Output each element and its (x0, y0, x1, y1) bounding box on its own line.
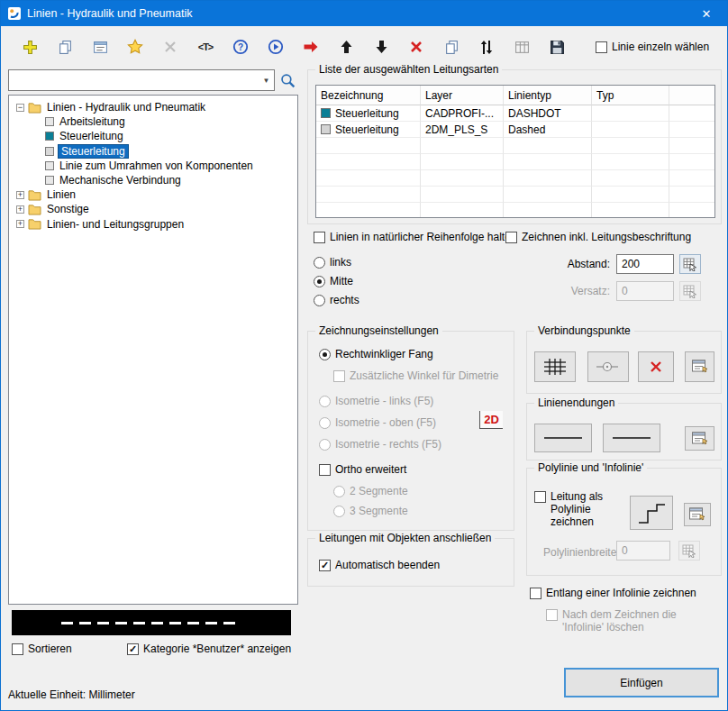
infoline-checkbox[interactable]: Entlang einer Infolinie zeichnen (530, 587, 696, 599)
group-title: Liste der ausgewählten Leitungsarten (315, 63, 502, 76)
app-icon (7, 6, 22, 21)
tree-item-folder[interactable]: + Sonstige (11, 202, 296, 216)
polyline-style-button[interactable] (630, 496, 673, 530)
polyline-settings-button[interactable] (684, 503, 711, 526)
chevron-down-icon[interactable]: ▼ (259, 70, 274, 90)
move-up-button[interactable] (337, 38, 355, 56)
favorites-star-button[interactable] (126, 38, 144, 56)
tree-item-label: Sonstige (45, 203, 91, 215)
rechtwinkliger-fang-radio[interactable]: Rechtwinkliger Fang (319, 348, 433, 360)
group-title: Linienendungen (534, 397, 618, 409)
copy-button[interactable] (56, 38, 74, 56)
col-layer[interactable]: Layer (421, 86, 504, 105)
checkbox-box (534, 491, 546, 503)
tree-item[interactable]: Linie zum Umrahmen von Komponenten (11, 159, 296, 173)
swap-updown-button[interactable] (478, 38, 496, 56)
save-button[interactable] (548, 38, 566, 56)
search-combobox[interactable]: ▼ (8, 69, 275, 91)
help-button[interactable]: ? (232, 38, 250, 56)
window-title: Linien - Hydraulik und Pneumatik (27, 7, 192, 20)
connection-point-button[interactable] (587, 351, 629, 382)
category-tree[interactable]: − Linien - Hydraulik und Pneumatik Arbei… (8, 95, 298, 605)
radio-dot (333, 486, 345, 497)
kategorie-checkbox[interactable]: Kategorie *Benutzer* anzeigen (127, 643, 291, 655)
abstand-pick-button[interactable] (679, 254, 701, 274)
natural-order-checkbox[interactable]: Linien in natürlicher Reihenfolge halten (314, 231, 516, 243)
checkbox-label: Ortho erweitert (335, 463, 406, 476)
delete-x-button[interactable] (407, 38, 425, 56)
radio-dot (314, 257, 325, 269)
line-end-end-button[interactable] (603, 424, 660, 452)
tree-item-selected[interactable]: Steuerleitung (11, 144, 296, 159)
col-bezeichnung[interactable]: Bezeichnung (316, 86, 421, 105)
line-type-icon (45, 147, 54, 156)
cell-text: Steuerleitung (335, 123, 399, 136)
video-button[interactable] (267, 38, 285, 56)
radio-label: 2 Segmente (350, 485, 408, 497)
titlebar: Linien - Hydraulik und Pneumatik ✕ (1, 1, 727, 26)
edit-list-button[interactable] (91, 38, 109, 56)
checkbox-box (596, 41, 607, 53)
expander-expand-icon[interactable]: + (16, 220, 24, 228)
tree-item-root[interactable]: − Linien - Hydraulik und Pneumatik (11, 100, 296, 114)
draw-with-labels-checkbox[interactable]: Zeichnen inkl. Leitungsbeschriftung (505, 231, 691, 243)
table-row-empty (316, 170, 714, 187)
tree-item-folder[interactable]: + Linien- und Leitungsgruppen (11, 217, 296, 232)
versatz-pick-button (679, 281, 701, 301)
tree-item[interactable]: Arbeitsleitung (11, 114, 296, 129)
tree-item[interactable]: Steuerleitung (11, 129, 296, 143)
text-style-button[interactable]: <T> (196, 38, 214, 56)
expander-expand-icon[interactable]: + (16, 191, 24, 199)
duplicate-button[interactable] (442, 38, 460, 56)
radio-dot (319, 439, 331, 451)
connection-settings-button[interactable] (685, 351, 714, 382)
connection-grid-button[interactable] (534, 351, 576, 382)
connection-delete-button[interactable] (638, 351, 674, 382)
align-links-radio[interactable]: links (314, 256, 351, 269)
align-rechts-radio[interactable]: rechts (314, 294, 359, 306)
move-down-button[interactable] (372, 38, 390, 56)
expander-collapse-icon[interactable]: − (16, 104, 24, 112)
lines-table[interactable]: Bezeichnung Layer Linientyp Typ Steuerle… (315, 85, 715, 218)
table-row[interactable]: Steuerleitung CADPROFI-... DASHDOT (316, 105, 714, 122)
sortieren-checkbox[interactable]: Sortieren (12, 643, 72, 655)
search-button[interactable] (278, 71, 297, 90)
insert-arrow-button[interactable] (302, 38, 320, 56)
line-type-icon (45, 161, 54, 170)
close-button[interactable]: ✕ (686, 1, 727, 26)
ortho-erweitert-checkbox[interactable]: Ortho erweitert (319, 463, 406, 476)
polyline-width-input (616, 541, 670, 561)
tree-item-label: Linie zum Umrahmen von Komponenten (58, 160, 255, 172)
add-button[interactable] (21, 38, 39, 56)
single-line-checkbox[interactable]: Linie einzeln wählen (596, 41, 709, 53)
search-input[interactable] (9, 70, 259, 90)
expander-expand-icon[interactable]: + (16, 205, 24, 214)
line-type-icon (45, 176, 54, 185)
dimetrie-checkbox: Zusätzliche Winkel für Dimetrie (333, 369, 498, 382)
radio-label: Isometrie - rechts (F5) (335, 438, 441, 451)
specification-button[interactable] (513, 38, 531, 56)
cell-text (592, 122, 669, 138)
col-typ[interactable]: Typ (592, 86, 669, 105)
as-polyline-checkbox[interactable]: Leitung als Polylinie zeichnen (534, 490, 621, 528)
checkbox-label: Kategorie *Benutzer* anzeigen (143, 643, 291, 655)
polyline-width-label: Polylinienbreite (543, 546, 616, 559)
tree-item-folder[interactable]: + Linien (11, 187, 296, 202)
line-end-start-button[interactable] (534, 424, 592, 452)
status-text: Aktuelle Einheit: Millimeter (8, 688, 135, 701)
einfuegen-button[interactable]: Einfügen (564, 668, 719, 697)
radio-dot (314, 295, 325, 306)
line-end-settings-button[interactable] (685, 426, 714, 451)
radio-label: Isometrie - oben (F5) (335, 416, 436, 429)
table-row[interactable]: Steuerleitung 2DM_PLS_S Dashed (316, 122, 714, 138)
checkbox-label: Linie einzeln wählen (612, 41, 709, 53)
radio-dot (319, 349, 331, 360)
col-filler (669, 86, 714, 105)
align-mitte-radio[interactable]: Mitte (314, 275, 353, 287)
table-row-empty (316, 187, 714, 203)
tree-item[interactable]: Mechanische Verbindung (11, 173, 296, 187)
auto-end-checkbox[interactable]: Automatisch beenden (319, 559, 440, 571)
tree-item-label: Mechanische Verbindung (58, 174, 183, 187)
col-linientyp[interactable]: Linientyp (504, 86, 592, 105)
abstand-input[interactable] (616, 254, 674, 274)
